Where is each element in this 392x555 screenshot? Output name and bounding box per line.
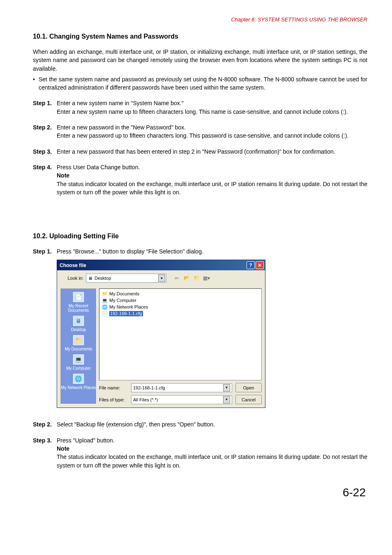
- lookin-combo[interactable]: 🖥 Desktop ▼: [86, 274, 166, 283]
- bullet-item: • Set the same system name and password …: [33, 75, 367, 92]
- filetype-combo[interactable]: All Files (*.*) ▼: [131, 395, 232, 404]
- dropdown-icon[interactable]: ▼: [223, 384, 230, 391]
- step-label: Step 2.: [33, 420, 57, 428]
- step-label: Step 1.: [33, 247, 57, 256]
- place-network[interactable]: 🌐 My Network Places: [61, 373, 96, 390]
- place-recent[interactable]: 📄 My Recent Documents: [61, 291, 96, 313]
- filetype-value: All Files (*.*): [133, 397, 158, 402]
- step-102-3: Step 3. Press "Upload" button. Note The …: [33, 436, 367, 470]
- note-text: The status indicator located on the exch…: [57, 453, 367, 470]
- network-icon: 🌐: [72, 373, 85, 385]
- step-text: Enter a new password that has been enter…: [57, 147, 367, 156]
- step-text: Enter a new system name up to fifteen ch…: [57, 108, 367, 116]
- file-list[interactable]: 📁 My Documents 💻 My Computer 🌐 My Networ…: [99, 288, 262, 380]
- note-label: Note: [57, 171, 367, 180]
- chapter-header: Chapter 6: SYSTEM SETTINGS USING THE BRO…: [33, 16, 367, 23]
- documents-icon: 📁: [72, 334, 85, 346]
- computer-icon: 💻: [102, 297, 108, 303]
- list-item[interactable]: 📁 My Documents: [101, 290, 260, 297]
- step-label: Step 3.: [33, 147, 57, 156]
- file-icon: 📄: [102, 311, 108, 316]
- page-number: 6-22: [33, 486, 367, 499]
- filename-label: File name:: [99, 385, 128, 390]
- file-name: My Computer: [109, 298, 136, 303]
- filename-value: 192-168-1-1.cfg: [133, 385, 165, 390]
- bullet-marker: •: [33, 75, 39, 92]
- section-101-title: 10.1. Changing System Names and Password…: [33, 33, 367, 40]
- step-102-1: Step 1. Press "Browse..." button to disp…: [33, 247, 367, 256]
- back-icon[interactable]: ⇦: [173, 274, 180, 282]
- step-102-2: Step 2. Select "Backup file (extension c…: [33, 420, 367, 428]
- step-label: Step 1.: [33, 99, 57, 116]
- computer-icon: 💻: [72, 354, 85, 365]
- recent-icon: 📄: [72, 291, 85, 303]
- desktop-icon: 🖥: [87, 275, 93, 281]
- place-label: Desktop: [71, 327, 86, 332]
- place-computer[interactable]: 💻 My Computer: [66, 354, 91, 371]
- step-text: Select "Backup file (extension cfg)", th…: [57, 420, 367, 428]
- dialog-titlebar[interactable]: Choose file ? ✕: [57, 260, 265, 270]
- folder-icon: 📁: [102, 291, 108, 297]
- close-button[interactable]: ✕: [256, 261, 264, 269]
- step-label: Step 4.: [33, 163, 57, 196]
- step-text: Press User Data Change button.: [57, 163, 367, 171]
- places-bar: 📄 My Recent Documents 🖥 Desktop 📁 My Doc…: [60, 288, 97, 404]
- lookin-value: Desktop: [95, 276, 157, 281]
- dialog-title: Choose file: [60, 263, 246, 268]
- dropdown-icon[interactable]: ▼: [223, 396, 230, 403]
- filetype-label: Files of type:: [99, 397, 128, 402]
- view-menu-icon[interactable]: ▦▾: [203, 274, 210, 282]
- cancel-button[interactable]: Cancel: [235, 395, 262, 404]
- place-desktop[interactable]: 🖥 Desktop: [71, 315, 86, 332]
- list-item[interactable]: 📄 192-168-1-1.cfg: [101, 310, 260, 317]
- file-name: My Network Places: [109, 304, 148, 310]
- lookin-label: Look in:: [60, 276, 83, 281]
- bullet-text: Set the same system name and password as…: [39, 75, 367, 92]
- help-button[interactable]: ?: [247, 261, 255, 269]
- step-text: Press "Browse..." button to display "Fil…: [57, 247, 367, 256]
- place-label: My Documents: [65, 347, 92, 351]
- step-101-2: Step 2. Enter a new password in the "New…: [33, 123, 367, 140]
- note-text: The status indicator located on the exch…: [57, 180, 367, 197]
- step-101-4: Step 4. Press User Data Change button. N…: [33, 163, 367, 196]
- new-folder-icon[interactable]: 📁: [193, 274, 200, 282]
- place-label: My Recent Documents: [61, 304, 96, 313]
- step-label: Step 3.: [33, 436, 57, 470]
- step-text: Enter a new system name in "System Name …: [57, 99, 367, 107]
- step-text: Enter a new password up to fifteen chara…: [57, 131, 367, 140]
- place-documents[interactable]: 📁 My Documents: [65, 334, 92, 351]
- intro-paragraph: When adding an exchange, multi interface…: [33, 48, 367, 73]
- file-name: My Documents: [109, 291, 139, 297]
- note-label: Note: [57, 444, 367, 453]
- file-dialog: Choose file ? ✕ Look in: 🖥 Desktop ▼ ⇦ 📂…: [57, 260, 265, 408]
- list-item[interactable]: 🌐 My Network Places: [101, 304, 260, 310]
- step-101-3: Step 3. Enter a new password that has be…: [33, 147, 367, 156]
- step-label: Step 2.: [33, 123, 57, 140]
- open-button[interactable]: Open: [235, 383, 262, 392]
- list-item[interactable]: 💻 My Computer: [101, 297, 260, 304]
- filename-input[interactable]: 192-168-1-1.cfg ▼: [131, 383, 232, 392]
- place-label: My Computer: [66, 366, 91, 371]
- up-icon[interactable]: 📂: [183, 274, 190, 282]
- step-text: Enter a new password in the "New Passwor…: [57, 123, 367, 131]
- section-102-title: 10.2. Uploading Setting File: [33, 233, 367, 240]
- dropdown-icon[interactable]: ▼: [158, 274, 165, 282]
- desktop-icon: 🖥: [72, 315, 85, 327]
- file-name: 192-168-1-1.cfg: [109, 311, 143, 316]
- network-icon: 🌐: [102, 304, 108, 310]
- step-101-1: Step 1. Enter a new system name in "Syst…: [33, 99, 367, 116]
- place-label: My Network Places: [61, 385, 96, 390]
- step-text: Press "Upload" button.: [57, 436, 367, 444]
